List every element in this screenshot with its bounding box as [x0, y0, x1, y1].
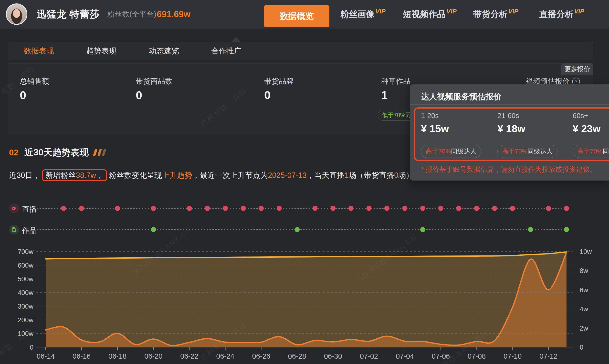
svg-text:200w: 200w — [18, 316, 33, 324]
pill-rest: 同级达人 — [603, 148, 609, 155]
svg-text:06-30: 06-30 — [324, 352, 342, 360]
tab-label: 短视频作品 — [403, 9, 446, 20]
svg-text:4w: 4w — [580, 305, 588, 313]
svg-text:600w: 600w — [18, 262, 33, 269]
popup-disclaimer: * 报价基于账号数据估算，请勿直接作为投放或投资建议。 — [421, 165, 596, 174]
quote-price-1: ¥ 15w — [421, 123, 449, 135]
summary-seg-box-0: 新增粉丝 — [45, 171, 76, 180]
summary-seg-post-7: 0 — [394, 171, 398, 180]
subtab-cooperation-promo[interactable]: 合作推广 — [211, 46, 242, 56]
account-name: 迅猛龙 特蕾莎 — [37, 0, 100, 28]
section-number: 02 — [9, 148, 19, 157]
svg-text:0: 0 — [30, 344, 33, 351]
svg-text:10w: 10w — [580, 248, 592, 255]
svg-text:06-16: 06-16 — [72, 352, 91, 360]
pill-rest: 同级达人 — [451, 148, 476, 155]
popup-title: 达人视频服务预估报价 — [421, 91, 501, 102]
subtab-data-performance[interactable]: 数据表现 — [24, 46, 54, 56]
pill-highlight: 高于70% — [426, 148, 451, 155]
panel-pointer-arrow — [231, 37, 241, 42]
svg-text:8w: 8w — [580, 267, 588, 274]
svg-text:06-22: 06-22 — [180, 352, 198, 360]
section-header: 02 近30天趋势表现 — [9, 146, 105, 159]
summary-seg-post-1: 上升趋势 — [162, 171, 192, 180]
quote-badge-2: 高于70%同级达人 — [497, 145, 557, 158]
svg-text:100w: 100w — [18, 330, 33, 338]
stat-label-total-sales: 总销售额 — [20, 76, 49, 86]
svg-text:07-10: 07-10 — [503, 352, 522, 360]
tab-live-analysis[interactable]: 直播分析VIP — [539, 0, 584, 28]
help-icon[interactable]: ? — [572, 78, 580, 85]
avatar — [6, 3, 27, 25]
tab-data-overview[interactable]: 数据概览 — [264, 5, 329, 27]
popup-divider — [410, 104, 609, 105]
quote-price-2: ¥ 18w — [497, 123, 525, 135]
summary-seg-box-2: ， — [96, 171, 104, 180]
svg-text:6w: 6w — [580, 286, 588, 294]
svg-text:06-14: 06-14 — [37, 352, 55, 360]
tab-short-video[interactable]: 短视频作品VIP — [403, 0, 457, 28]
sub-tab-bar: 数据表现 趋势表现 动态速览 合作推广 — [8, 42, 593, 60]
summary-seg-post-2: ，最近一次上升节点为 — [192, 171, 268, 180]
summary-seg-post-6: 场（带货直播 — [349, 171, 394, 180]
watermark-5: 新榜有数 · 新抖 — [440, 327, 491, 364]
quote-duration-1: 1-20s — [421, 112, 439, 120]
tab-fan-portrait[interactable]: 粉丝画像VIP — [340, 0, 386, 28]
svg-text:07-04: 07-04 — [396, 352, 414, 360]
pill-highlight: 高于70% — [502, 148, 528, 155]
svg-text:07-06: 07-06 — [432, 352, 450, 360]
stat-value-product-count: 0 — [136, 88, 142, 102]
stat-label-brands: 带货品牌 — [264, 76, 294, 86]
vip-badge: VIP — [574, 8, 584, 15]
svg-text:300w: 300w — [18, 303, 33, 310]
svg-text:07-02: 07-02 — [360, 352, 378, 360]
quote-badge-3: 高于70%同级达人 — [573, 145, 609, 158]
watermark-2: XD.NEWRANK.CN — [132, 225, 194, 276]
svg-text:07-08: 07-08 — [468, 352, 486, 360]
fans-count-value: 691.69w — [157, 0, 190, 28]
vip-badge: VIP — [375, 8, 386, 15]
quote-price-3: ¥ 23w — [573, 123, 600, 135]
fans-count-label: 粉丝数(全平台) — [108, 0, 156, 28]
header-bar: 迅猛龙 特蕾莎 粉丝数(全平台) 691.69w 数据概览 粉丝画像VIP 短视… — [0, 0, 609, 28]
title-bars-icon — [94, 149, 105, 156]
quote-duration-3: 60s+ — [573, 112, 588, 120]
stat-label-product-count: 带货商品数 — [136, 76, 172, 86]
annotation-red-box-inline: 新增粉丝38.7w， — [42, 169, 107, 181]
stat-value-total-sales: 0 — [20, 88, 26, 102]
tab-label: 直播分析 — [539, 9, 573, 20]
badge-highlight: 低于70% — [382, 112, 405, 118]
stat-value-brands: 0 — [264, 88, 271, 102]
tab-label: 带货分析 — [473, 9, 507, 20]
svg-text:500w: 500w — [18, 275, 33, 283]
summary-seg-post-4: ，当天直播 — [307, 171, 345, 180]
stat-label-seeding-works: 种草作品 — [381, 76, 410, 86]
svg-text:06-26: 06-26 — [252, 352, 270, 360]
watermark-3: XD.NEWRANK.CN — [357, 233, 419, 283]
svg-text:07-12: 07-12 — [539, 352, 557, 360]
document-icon — [9, 225, 19, 234]
pill-highlight: 高于70% — [577, 148, 603, 155]
vip-badge: VIP — [446, 8, 457, 15]
tab-ecommerce-analysis[interactable]: 带货分析VIP — [473, 0, 518, 28]
section-title: 近30天趋势表现 — [24, 146, 89, 159]
live-timeline-label: 直播 — [22, 205, 37, 214]
svg-text:2w: 2w — [580, 325, 588, 332]
vip-badge: VIP — [508, 8, 518, 15]
watermark-4: 新榜有数 · 新抖 — [198, 320, 249, 363]
watermark-6: 新榜有数 · 新抖 — [0, 325, 35, 364]
summary-seg-pre-0: 近30日， — [9, 171, 40, 180]
summary-seg-box-1: 38.7w — [76, 171, 96, 180]
summary-seg-post-3: 2025-07-13 — [268, 171, 307, 180]
subtab-activity-overview[interactable]: 动态速览 — [149, 46, 179, 56]
quote-duration-2: 21-60s — [497, 112, 519, 120]
live-video-icon — [9, 204, 19, 213]
svg-text:06-18: 06-18 — [108, 352, 126, 360]
svg-text:06-20: 06-20 — [144, 352, 162, 360]
svg-text:400w: 400w — [18, 289, 33, 296]
more-quotes-button[interactable]: 更多报价 — [561, 63, 593, 75]
video-quote-popup: 达人视频服务预估报价 1-20s ¥ 15w 高于70%同级达人 21-60s … — [410, 84, 609, 181]
svg-text:06-24: 06-24 — [216, 352, 234, 360]
subtab-trend-performance[interactable]: 趋势表现 — [86, 46, 117, 56]
works-timeline-label: 作品 — [22, 226, 37, 236]
